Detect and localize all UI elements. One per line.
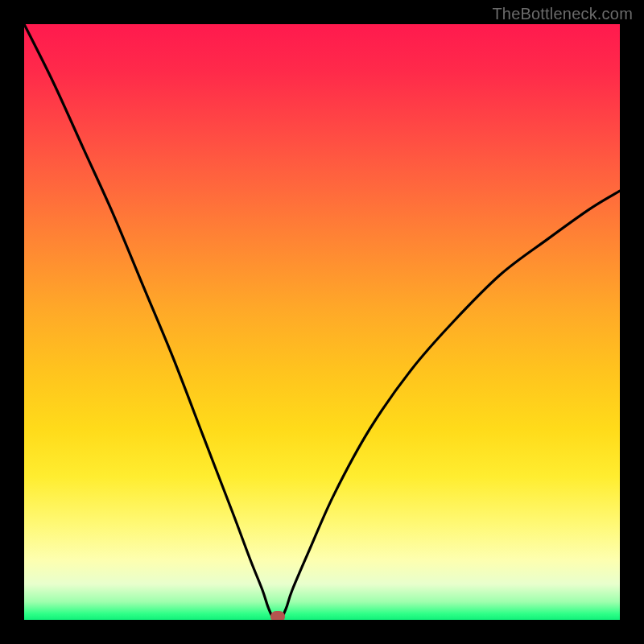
plot-area xyxy=(24,24,620,620)
bottleneck-curve xyxy=(24,24,620,620)
curve-path xyxy=(24,24,620,620)
chart-frame: TheBottleneck.com xyxy=(0,0,644,644)
minimum-marker xyxy=(270,611,285,620)
watermark-label: TheBottleneck.com xyxy=(492,5,633,23)
